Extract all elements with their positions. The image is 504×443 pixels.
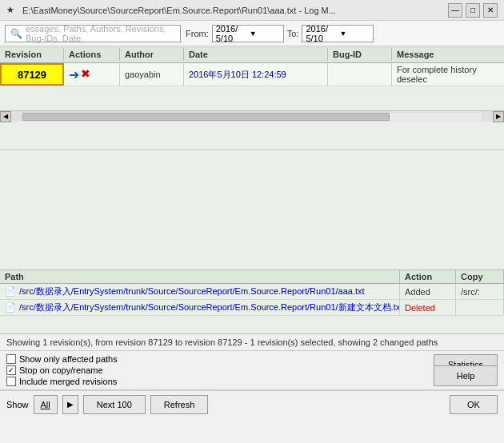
status-text: Showing 1 revision(s), from revision 871…: [6, 337, 438, 347]
to-date-arrow: ▼: [339, 30, 370, 38]
from-date-arrow: ▼: [250, 30, 280, 38]
show-label: Show: [6, 400, 29, 409]
window-title: E:\EastMoney\Source\SourceReport\Em.Sour…: [22, 6, 336, 15]
app-icon: ★: [6, 5, 18, 16]
path-row-1[interactable]: 📄 /src/数据录入/EntrySystem/trunk/Source/Sou…: [0, 284, 504, 300]
table-scrollbar[interactable]: ◀ ▶: [0, 110, 504, 122]
path-cell-1: 📄 /src/数据录入/EntrySystem/trunk/Source/Sou…: [0, 284, 400, 299]
from-date-value: 2016/ 5/10: [216, 24, 246, 43]
include-merged-label: Include merged revisions: [19, 377, 117, 386]
minimize-button[interactable]: —: [448, 3, 462, 18]
include-merged-row: Include merged revisions: [6, 377, 498, 386]
path-link-2[interactable]: /src/数据录入/EntrySystem/trunk/Source/Sourc…: [19, 301, 400, 313]
from-label: From:: [186, 29, 209, 38]
next-arrow-button[interactable]: ▶: [62, 395, 78, 414]
stop-on-copy-label: Stop on copy/rename: [19, 365, 103, 375]
ok-button[interactable]: OK: [450, 395, 498, 414]
search-box[interactable]: 🔍 essages, Paths, Authors, Revisions, Bu…: [5, 25, 181, 42]
th-bugid: Bug-ID: [328, 48, 392, 61]
stop-on-copy-row: ✓ Stop on copy/rename: [6, 365, 498, 375]
action-cell-1: Added: [400, 284, 456, 299]
stop-on-copy-checkbox[interactable]: ✓: [6, 365, 16, 375]
titlebar: ★ E:\EastMoney\Source\SourceReport\Em.So…: [0, 0, 504, 21]
search-placeholder: essages, Paths, Authors, Revisions, Bug-…: [26, 24, 175, 43]
author-cell: gaoyabin: [120, 63, 184, 86]
table-row[interactable]: 87129 ➜ ✖ gaoyabin 2016年5月10日 12:24:59 F…: [0, 63, 504, 86]
path-th-path: Path: [0, 270, 400, 283]
maximize-button[interactable]: □: [466, 3, 480, 18]
scrollbar-thumb[interactable]: [22, 113, 390, 121]
next-button[interactable]: Next 100: [83, 395, 146, 414]
show-affected-row: Show only affected paths: [6, 354, 498, 364]
action-icon-arrow[interactable]: ➜: [69, 67, 79, 82]
path-row-2[interactable]: 📄 /src/数据录入/EntrySystem/trunk/Source/Sou…: [0, 300, 504, 316]
table-header: Revision Actions Author Date Bug-ID Mess…: [0, 46, 504, 63]
toolbar: 🔍 essages, Paths, Authors, Revisions, Bu…: [0, 21, 504, 46]
revision-table-area: Revision Actions Author Date Bug-ID Mess…: [0, 46, 504, 150]
th-message: Message: [392, 48, 504, 61]
path-link-1[interactable]: /src/数据录入/EntrySystem/trunk/Source/Sourc…: [19, 285, 365, 297]
include-merged-checkbox[interactable]: [6, 377, 16, 386]
copy-cell-2: [456, 300, 504, 315]
bugid-cell: [328, 63, 392, 86]
status-bar: Showing 1 revision(s), from revision 871…: [0, 334, 504, 351]
copy-cell-1: /src/:: [456, 284, 504, 299]
options-area: Show only affected paths ✓ Stop on copy/…: [0, 351, 504, 390]
show-affected-label: Show only affected paths: [19, 354, 118, 364]
to-date-select[interactable]: 2016/ 5/10 ▼: [302, 25, 374, 42]
help-button[interactable]: Help: [434, 365, 498, 386]
path-table-area: Path Action Copy 📄 /src/数据录入/EntrySystem…: [0, 270, 504, 334]
all-button[interactable]: All: [34, 395, 58, 414]
th-revision: Revision: [0, 48, 64, 61]
to-date-value: 2016/ 5/10: [306, 24, 336, 43]
th-date: Date: [184, 48, 328, 61]
path-cell-2: 📄 /src/数据录入/EntrySystem/trunk/Source/Sou…: [0, 300, 400, 315]
path-th-copy: Copy: [456, 270, 504, 283]
scroll-right-btn[interactable]: ▶: [493, 111, 504, 122]
bottom-bar: Show All ▶ Next 100 Refresh OK: [0, 390, 504, 417]
to-label: To:: [287, 29, 299, 38]
file-icon-1: 📄: [5, 286, 16, 297]
search-icon: 🔍: [10, 28, 22, 39]
refresh-button[interactable]: Refresh: [150, 395, 209, 414]
path-th-action: Action: [400, 270, 456, 283]
action-cell-2: Deleted: [400, 300, 456, 315]
date-cell: 2016年5月10日 12:24:59: [184, 63, 328, 86]
show-affected-checkbox[interactable]: [6, 354, 16, 364]
revision-cell: 87129: [0, 63, 64, 86]
scrollbar-track: [22, 113, 482, 121]
file-icon-2: 📄: [5, 302, 16, 313]
path-table-header: Path Action Copy: [0, 270, 504, 284]
close-button[interactable]: ✕: [483, 3, 498, 18]
diff-area: [0, 150, 504, 270]
th-author: Author: [120, 48, 184, 61]
th-actions: Actions: [64, 48, 120, 61]
action-icon-x[interactable]: ✖: [81, 67, 90, 82]
actions-cell: ➜ ✖: [64, 63, 120, 86]
message-cell: For complete history deselec: [392, 63, 504, 86]
scroll-left-btn[interactable]: ◀: [0, 111, 11, 122]
from-date-select[interactable]: 2016/ 5/10 ▼: [212, 25, 284, 42]
